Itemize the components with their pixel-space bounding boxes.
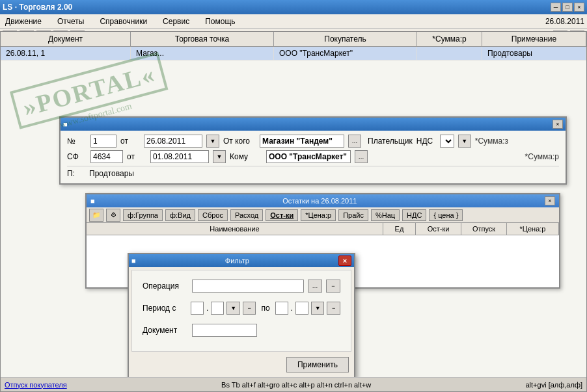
date-from-field[interactable] xyxy=(144,135,202,148)
cell-buyer: ООО "ТрансМаркет" xyxy=(274,47,417,60)
menu-item-movement[interactable]: Движение xyxy=(3,16,44,27)
period-from-d[interactable] xyxy=(191,302,204,315)
period-from-m[interactable] xyxy=(211,302,224,315)
menu-item-help[interactable]: Помощь xyxy=(202,16,238,27)
period-to-dropdown[interactable]: ▼ xyxy=(311,302,325,315)
nds-select[interactable] xyxy=(440,135,454,148)
oth-name: Наименование xyxy=(87,223,383,235)
ostatki-close-button[interactable]: × xyxy=(545,196,555,205)
operation-label: Операция xyxy=(143,281,188,291)
filter-body: Операция … − Период с . ▼ − по . ▼ − xyxy=(131,270,351,352)
suma-z-label: *Сумма:з xyxy=(475,137,508,146)
operation-btn-minus[interactable]: − xyxy=(326,280,340,293)
tb-cena-b[interactable]: { цена } xyxy=(429,209,463,221)
from-field[interactable] xyxy=(260,135,344,148)
ostatki-icon: ■ xyxy=(90,197,95,205)
p-label: П: xyxy=(67,169,87,178)
filter-close-button[interactable]: × xyxy=(338,255,351,266)
status-left-text[interactable]: Отпуск покупателя xyxy=(5,381,67,389)
cell-shop: Магаз... xyxy=(131,47,274,60)
to-label: Кому xyxy=(230,152,262,161)
period-label: Период с xyxy=(143,304,188,313)
ostatki-title-text: Остатки на 26.08.2011 xyxy=(282,197,357,205)
suma-p-label: *Сумма:р xyxy=(525,152,559,161)
num-field[interactable] xyxy=(90,135,116,148)
invoice-row-1: № от ▼ От кого … Плательщик НДС ▼ *Сумма… xyxy=(67,135,559,148)
menu-item-references[interactable]: Справочники xyxy=(97,16,150,27)
col-buyer: Покупатель xyxy=(274,32,417,46)
invoice-close-button[interactable]: × xyxy=(553,120,563,129)
period-from-dropdown[interactable]: ▼ xyxy=(226,302,240,315)
invoice-row-p: П: Продтовары xyxy=(67,168,559,179)
oth-ed: Ед xyxy=(383,223,416,235)
sf-date-field[interactable] xyxy=(150,150,209,163)
window-controls: ─ □ × xyxy=(551,3,584,12)
sf-field[interactable] xyxy=(90,150,123,163)
num-label: № xyxy=(67,137,87,146)
operation-btn-dots[interactable]: … xyxy=(308,280,322,293)
main-window: Документ Торговая точка Покупатель *Сумм… xyxy=(0,31,587,392)
filter-document-row: Документ xyxy=(143,324,340,337)
menu-date: 26.08.2011 xyxy=(545,17,584,26)
close-button[interactable]: × xyxy=(574,3,584,12)
from-btn[interactable]: … xyxy=(348,135,361,148)
tb-rashod[interactable]: Расход xyxy=(230,209,263,221)
from-label: От кого xyxy=(223,137,256,146)
document-label: Документ xyxy=(143,326,188,335)
filter-actions: Применить xyxy=(129,354,354,378)
period-to-minus[interactable]: − xyxy=(327,302,340,315)
menu-item-reports[interactable]: Отчеты xyxy=(55,16,87,27)
to-field[interactable] xyxy=(266,150,351,163)
maximize-button[interactable]: □ xyxy=(562,3,573,12)
col-note: Примечание xyxy=(482,32,586,46)
filter-title-text: Фильтр xyxy=(225,257,249,265)
tb-prays[interactable]: Прайс xyxy=(338,209,368,221)
period-dot-2: . xyxy=(291,304,293,313)
period-to-d[interactable] xyxy=(275,302,288,315)
tb-ostki[interactable]: Ост-ки xyxy=(266,209,298,221)
period-to-m[interactable] xyxy=(295,302,308,315)
period-dot-1: . xyxy=(206,304,208,313)
watermark-portal: »PORTAL« xyxy=(20,60,158,121)
oth-cena: *Цена:р xyxy=(507,223,559,235)
sf-date-dropdown[interactable]: ▼ xyxy=(213,150,226,163)
apply-button[interactable]: Применить xyxy=(286,357,349,372)
status-bar: Отпуск покупателя Bs Tb alt+f alt+gro al… xyxy=(1,377,586,391)
tb-vid[interactable]: ф:Вид xyxy=(165,209,195,221)
sf-label: СФ xyxy=(67,152,87,161)
tb-nac[interactable]: %Нац xyxy=(371,209,400,221)
nds-dropdown[interactable]: ▼ xyxy=(458,135,471,148)
invoice-row-2: СФ от ▼ Кому … *Сумма:р xyxy=(67,150,559,163)
cell-note: Продтовары xyxy=(482,47,586,60)
col-document: Документ xyxy=(1,32,131,46)
col-suma: *Сумма:р xyxy=(417,32,482,46)
ostatki-title-bar: ■ Остатки на 26.08.2011 × xyxy=(87,194,559,207)
tb-cena-p[interactable]: *Цена:р xyxy=(301,209,336,221)
app-title: LS · Торговля 2.00 xyxy=(3,3,72,12)
menu-item-service[interactable]: Сервис xyxy=(160,16,192,27)
document-input[interactable] xyxy=(192,324,257,337)
to-btn[interactable]: … xyxy=(355,150,368,163)
ostatki-table-header: Наименование Ед Ост-ки Отпуск *Цена:р xyxy=(87,223,559,235)
minimize-button[interactable]: ─ xyxy=(551,3,561,12)
tb-nds[interactable]: НДС xyxy=(402,209,426,221)
status-right-text: alt+gvi [алф,алф] xyxy=(525,381,582,389)
period-from-minus[interactable]: − xyxy=(243,302,256,315)
date-dropdown-1[interactable]: ▼ xyxy=(206,135,219,148)
tb-sbros[interactable]: Сброс xyxy=(198,209,228,221)
ostatki-tb-1[interactable]: 📁 xyxy=(89,209,103,222)
table-row[interactable]: 26.08.11, 1 Магаз... ООО "ТрансМаркет" П… xyxy=(1,47,586,60)
nds-label: НДС xyxy=(416,137,436,146)
main-table-header: Документ Торговая точка Покупатель *Сумм… xyxy=(1,32,586,47)
tb-gruppa[interactable]: ф:Группа xyxy=(123,209,163,221)
operation-input[interactable] xyxy=(192,280,304,293)
invoice-body: № от ▼ От кого … Плательщик НДС ▼ *Сумма… xyxy=(61,131,566,183)
invoice-icon: ■ xyxy=(63,120,68,128)
filter-title-bar: ■ Фильтр × xyxy=(129,254,354,267)
p-value: Продтовары xyxy=(89,169,134,178)
oth-ostki: Ост-ки xyxy=(416,223,461,235)
title-bar: LS · Торговля 2.00 ─ □ × xyxy=(0,0,587,14)
ostatki-tb-2[interactable]: ⚙ xyxy=(106,209,120,222)
cell-document: 26.08.11, 1 xyxy=(1,47,131,60)
filter-period-row: Период с . ▼ − по . ▼ − xyxy=(143,302,340,315)
